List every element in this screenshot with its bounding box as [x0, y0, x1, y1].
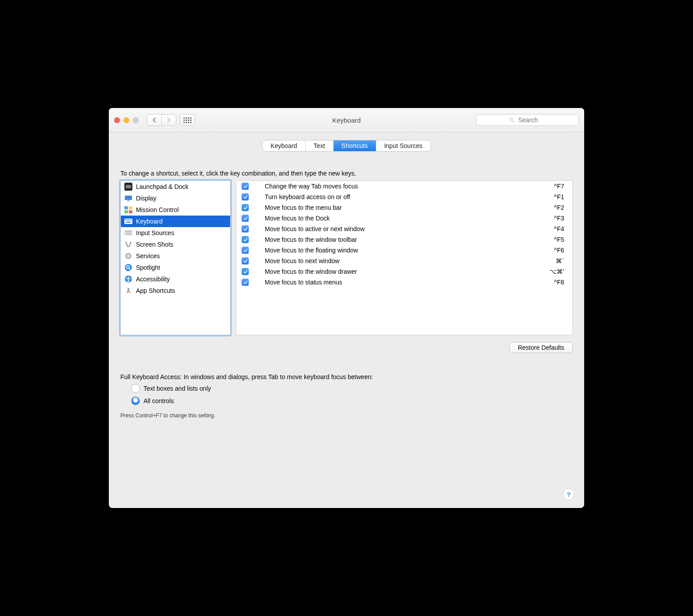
category-screen-shots[interactable]: Screen Shots: [121, 239, 230, 250]
minimize-window-button[interactable]: [123, 117, 129, 123]
tab-row: KeyboardTextShortcutsInput Sources: [109, 132, 584, 156]
screenshots-icon: [124, 240, 132, 248]
radio-button[interactable]: [131, 384, 140, 393]
category-services[interactable]: Services: [121, 250, 230, 262]
launchpad-icon: [124, 183, 132, 191]
shortcut-row[interactable]: Move focus to the window toolbar ^F5: [236, 234, 572, 245]
shortcut-row[interactable]: Move focus to active or next window ^F4: [236, 224, 572, 234]
shortcut-row[interactable]: Change the way Tab moves focus ^F7: [236, 181, 572, 192]
shortcut-key[interactable]: ^F6: [554, 247, 564, 254]
instruction-text: To change a shortcut, select it, click t…: [120, 170, 573, 177]
checkbox[interactable]: [242, 183, 249, 190]
checkbox[interactable]: [242, 257, 249, 264]
svg-rect-7: [129, 210, 132, 213]
shortcut-label: Move focus to status menus: [265, 279, 554, 286]
category-label: Accessibility: [136, 276, 170, 283]
close-window-button[interactable]: [114, 117, 120, 123]
shortcut-row[interactable]: Move focus to the menu bar ^F2: [236, 202, 572, 213]
radio-label: All controls: [143, 397, 174, 404]
display-icon: [124, 194, 132, 202]
checkbox[interactable]: [242, 215, 249, 222]
show-all-button[interactable]: [180, 114, 195, 126]
svg-rect-3: [127, 200, 130, 201]
fka-option[interactable]: All controls: [131, 396, 573, 405]
shortcut-label: Move focus to the floating window: [265, 247, 554, 254]
category-list[interactable]: Launchpad & DockDisplayMission ControlKe…: [120, 180, 231, 335]
category-label: Display: [136, 195, 156, 202]
shortcut-row[interactable]: Move focus to the floating window ^F6: [236, 245, 572, 256]
keyboard-icon: [124, 217, 132, 225]
shortcut-label: Move focus to the menu bar: [265, 204, 554, 211]
category-app-shortcuts[interactable]: App Shortcuts: [121, 285, 230, 296]
category-display[interactable]: Display: [121, 192, 230, 204]
category-accessibility[interactable]: Accessibility: [121, 273, 230, 285]
tab-keyboard[interactable]: Keyboard: [263, 140, 305, 151]
category-label: Screen Shots: [136, 241, 173, 248]
category-label: Input Sources: [136, 229, 174, 236]
shortcut-label: Change the way Tab moves focus: [265, 183, 554, 190]
svg-point-29: [127, 288, 129, 290]
svg-rect-12: [129, 220, 130, 220]
help-button[interactable]: ?: [563, 488, 574, 500]
back-button[interactable]: [147, 114, 162, 126]
shortcut-row[interactable]: Move focus to next window ⌘`: [236, 256, 572, 266]
restore-defaults-button[interactable]: Restore Defaults: [510, 342, 573, 353]
shortcut-key[interactable]: ^F7: [554, 183, 564, 190]
category-launchpad-dock[interactable]: Launchpad & Dock: [121, 181, 230, 192]
spotlight-icon: [124, 264, 132, 272]
shortcut-label: Move focus to active or next window: [265, 225, 554, 232]
svg-rect-8: [124, 219, 132, 224]
category-input-sources[interactable]: Input Sources: [121, 227, 230, 239]
tab-shortcuts[interactable]: Shortcuts: [333, 140, 376, 151]
svg-rect-18: [128, 231, 129, 232]
shortcut-row[interactable]: Turn keyboard access on or off ^F1: [236, 192, 572, 202]
shortcut-key[interactable]: ⌘`: [556, 257, 564, 264]
shortcut-key[interactable]: ^F4: [554, 225, 564, 232]
svg-rect-11: [128, 220, 129, 220]
checkbox[interactable]: [242, 268, 249, 275]
svg-rect-6: [124, 210, 128, 213]
svg-rect-19: [129, 231, 130, 232]
shortcut-row[interactable]: Move focus to status menus ^F8: [236, 277, 572, 288]
svg-rect-9: [125, 220, 126, 220]
shortcut-key[interactable]: ^F8: [554, 279, 564, 286]
panels: Launchpad & DockDisplayMission ControlKe…: [120, 180, 573, 335]
tab-input-sources[interactable]: Input Sources: [376, 140, 430, 151]
shortcut-list[interactable]: Change the way Tab moves focus ^F7 Turn …: [236, 180, 573, 335]
tab-bar: KeyboardTextShortcutsInput Sources: [263, 140, 430, 151]
shortcut-key[interactable]: ^F1: [554, 193, 564, 200]
fka-hint: Press Control+F7 to change this setting.: [120, 412, 573, 419]
checkbox[interactable]: [242, 204, 249, 211]
mission-icon: [124, 206, 132, 214]
shortcut-key[interactable]: ^F2: [554, 204, 564, 211]
shortcut-row[interactable]: Move focus to the window drawer ⌥⌘': [236, 266, 572, 277]
shortcut-key[interactable]: ^F5: [554, 236, 564, 243]
svg-point-28: [127, 276, 129, 278]
forward-button[interactable]: [162, 114, 176, 126]
tab-text[interactable]: Text: [305, 140, 333, 151]
shortcut-row[interactable]: Move focus to the Dock ^F3: [236, 213, 572, 224]
category-label: Launchpad & Dock: [136, 183, 188, 190]
shortcut-key[interactable]: ⌥⌘': [550, 268, 564, 275]
category-label: Mission Control: [136, 206, 179, 213]
radio-label: Text boxes and lists only: [143, 385, 211, 392]
checkbox[interactable]: [242, 236, 249, 243]
checkbox[interactable]: [242, 225, 249, 232]
search-field[interactable]: [476, 114, 579, 126]
checkbox[interactable]: [242, 279, 249, 286]
category-keyboard[interactable]: Keyboard: [121, 216, 230, 227]
category-label: App Shortcuts: [136, 287, 175, 294]
category-mission-control[interactable]: Mission Control: [121, 204, 230, 216]
category-spotlight[interactable]: Spotlight: [121, 262, 230, 273]
checkbox[interactable]: [242, 247, 249, 254]
search-input[interactable]: [518, 116, 546, 124]
content: To change a shortcut, select it, click t…: [109, 156, 584, 422]
checkbox[interactable]: [242, 193, 249, 200]
services-icon: [124, 252, 132, 260]
zoom-window-button[interactable]: [133, 117, 139, 123]
svg-rect-14: [126, 222, 131, 223]
shortcut-key[interactable]: ^F3: [554, 215, 564, 222]
fka-option[interactable]: Text boxes and lists only: [131, 384, 573, 393]
radio-button[interactable]: [131, 396, 140, 405]
shortcut-label: Move focus to the window toolbar: [265, 236, 554, 243]
